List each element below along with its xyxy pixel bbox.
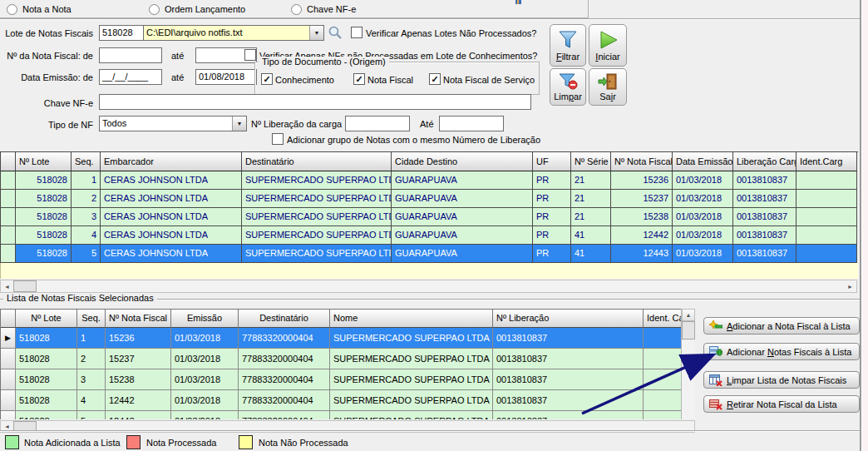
cell[interactable]: CERAS JOHNSON LTDA bbox=[101, 245, 242, 263]
cell[interactable]: 518028 bbox=[16, 411, 77, 419]
column-header[interactable]: Nº Lote bbox=[16, 152, 72, 171]
cell[interactable]: 12442 bbox=[611, 226, 673, 245]
retirar-nota-button[interactable]: Retirar Nota Fiscal da Lista bbox=[703, 395, 860, 413]
cell[interactable]: 01/03/2018 bbox=[673, 171, 733, 190]
cell[interactable]: 518028 bbox=[16, 208, 72, 226]
cell[interactable]: 41 bbox=[571, 245, 611, 263]
cell[interactable]: PR bbox=[533, 226, 571, 245]
cell[interactable]: GUARAPUAVA bbox=[392, 245, 533, 263]
cell[interactable]: 12443 bbox=[106, 411, 171, 419]
cell[interactable]: 4 bbox=[72, 226, 101, 245]
filtrar-button[interactable]: Filtrar bbox=[550, 24, 586, 67]
selected-grid-vscrollbar[interactable]: ▲ bbox=[681, 309, 695, 419]
cell[interactable]: SUPERMERCADO SUPERPAO LTDA bbox=[330, 411, 493, 419]
column-header[interactable]: Ident.Carg bbox=[796, 152, 857, 171]
cell[interactable]: 01/03/2018 bbox=[171, 369, 239, 390]
cell[interactable]: CERAS JOHNSON LTDA bbox=[101, 190, 242, 208]
cell[interactable]: GUARAPUAVA bbox=[392, 208, 533, 226]
liberacao-de-input[interactable] bbox=[345, 116, 410, 131]
arquivo-combobox[interactable]: C:\EDI\arquivo notfis.txt ▼ bbox=[143, 25, 324, 41]
cell[interactable]: 518028 bbox=[16, 226, 72, 245]
cell[interactable]: 12442 bbox=[106, 390, 171, 411]
table-row[interactable]: 51802841244201/03/201877883320000404SUPE… bbox=[1, 390, 683, 411]
column-header[interactable]: Cidade Destino bbox=[392, 152, 533, 171]
cell[interactable]: 77883320000404 bbox=[239, 328, 330, 349]
cell[interactable]: 0013810837 bbox=[493, 349, 644, 369]
cell[interactable]: GUARAPUAVA bbox=[392, 171, 533, 190]
cell[interactable]: SUPERMERCADO SUPERPAO LTDA bbox=[330, 349, 493, 369]
verificar-lotes-checkbox[interactable] bbox=[351, 27, 362, 38]
adicionar-nota-button[interactable]: Adicionar a Nota Fiscal à Lista bbox=[703, 317, 860, 335]
cell[interactable]: 1 bbox=[72, 171, 101, 190]
lote-input[interactable]: 518028 bbox=[99, 25, 145, 41]
scroll-right-icon[interactable]: ► bbox=[844, 280, 856, 292]
cell[interactable]: 2 bbox=[72, 190, 101, 208]
cell[interactable]: GUARAPUAVA bbox=[392, 190, 533, 208]
column-header[interactable]: Nome bbox=[330, 310, 493, 328]
radio-chave-nfe[interactable]: Chave NF-e bbox=[291, 3, 356, 15]
scroll-up-icon[interactable]: ▲ bbox=[682, 309, 695, 321]
cell[interactable]: 15238 bbox=[106, 369, 171, 390]
cell[interactable]: 4 bbox=[77, 390, 106, 411]
cell[interactable]: PR bbox=[533, 208, 571, 226]
cell[interactable]: CERAS JOHNSON LTDA bbox=[101, 171, 242, 190]
cell[interactable]: 5 bbox=[77, 411, 106, 419]
cell[interactable]: SUPERMERCADO SUPERPAO LTDA bbox=[242, 208, 392, 226]
cell[interactable]: 0013810837 bbox=[733, 245, 796, 263]
column-header[interactable]: Seq. bbox=[77, 310, 106, 328]
cell[interactable]: 77883320000404 bbox=[239, 349, 330, 369]
cell[interactable]: 15237 bbox=[106, 349, 171, 369]
tipo-nf-combobox[interactable]: Todos ▼ bbox=[99, 116, 247, 131]
cell[interactable]: 01/03/2018 bbox=[673, 245, 733, 263]
cell[interactable]: 15236 bbox=[106, 328, 171, 349]
cell[interactable]: SUPERMERCADO SUPERPAO LTDA bbox=[242, 226, 392, 245]
table-row[interactable]: 5180282CERAS JOHNSON LTDASUPERMERCADO SU… bbox=[1, 190, 858, 208]
cell[interactable]: 518028 bbox=[16, 349, 77, 369]
cell[interactable] bbox=[796, 171, 857, 190]
cell[interactable] bbox=[796, 245, 857, 263]
cell[interactable]: CERAS JOHNSON LTDA bbox=[101, 208, 242, 226]
cell[interactable]: 77883320000404 bbox=[239, 369, 330, 390]
nota-fiscal-servico-checkbox[interactable]: ✓ bbox=[429, 73, 441, 85]
column-header[interactable]: Data Emissão bbox=[673, 152, 733, 171]
cell[interactable]: 0013810837 bbox=[493, 369, 644, 390]
limpar-button[interactable]: Limpar bbox=[550, 68, 586, 106]
cell[interactable] bbox=[644, 328, 682, 349]
cell[interactable] bbox=[644, 349, 682, 369]
scrollbar-thumb[interactable] bbox=[13, 280, 37, 292]
cell[interactable]: 0013810837 bbox=[733, 226, 796, 245]
liberacao-ate-input[interactable] bbox=[439, 116, 504, 131]
cell[interactable]: 21 bbox=[571, 171, 611, 190]
cell[interactable]: 5 bbox=[72, 245, 101, 263]
cell[interactable]: SUPERMERCADO SUPERPAO LTDA bbox=[330, 390, 493, 411]
cell[interactable] bbox=[644, 369, 682, 390]
cell[interactable]: SUPERMERCADO SUPERPAO LTDA bbox=[330, 369, 493, 390]
table-row[interactable]: 5180281CERAS JOHNSON LTDASUPERMERCADO SU… bbox=[1, 171, 858, 190]
cell[interactable]: 3 bbox=[72, 208, 101, 226]
cell[interactable]: 01/03/2018 bbox=[171, 328, 239, 349]
cell[interactable]: 01/03/2018 bbox=[673, 190, 733, 208]
cell[interactable]: 77883320000404 bbox=[239, 411, 330, 419]
cell[interactable]: 0013810837 bbox=[493, 328, 644, 349]
cell[interactable]: 01/03/2018 bbox=[171, 390, 239, 411]
nota-fiscal-checkbox[interactable]: ✓ bbox=[353, 73, 365, 85]
cell[interactable]: SUPERMERCADO SUPERPAO LTDA bbox=[330, 328, 493, 349]
main-grid-hscrollbar[interactable]: ◄ ► bbox=[0, 280, 857, 293]
radio-ordem-lancamento[interactable]: Ordem Lançamento bbox=[149, 3, 245, 15]
cell[interactable]: 15236 bbox=[611, 171, 673, 190]
table-row[interactable]: 51802851244301/03/201877883320000404SUPE… bbox=[1, 411, 683, 419]
cell[interactable]: 77883320000404 bbox=[239, 390, 330, 411]
chevron-down-icon[interactable]: ▼ bbox=[232, 116, 246, 131]
column-header[interactable]: Destinatário bbox=[239, 310, 330, 328]
cell[interactable]: SUPERMERCADO SUPERPAO LTDA bbox=[242, 245, 392, 263]
table-row[interactable]: 5180283CERAS JOHNSON LTDASUPERMERCADO SU… bbox=[1, 208, 858, 226]
scroll-left-icon[interactable]: ◄ bbox=[1, 280, 13, 292]
scrollbar-thumb[interactable] bbox=[682, 321, 695, 339]
cell[interactable]: 518028 bbox=[16, 171, 72, 190]
cell[interactable] bbox=[796, 226, 857, 245]
sair-button[interactable]: Sair bbox=[589, 68, 627, 106]
cell[interactable]: SUPERMERCADO SUPERPAO LTDA bbox=[242, 171, 392, 190]
cell[interactable]: 21 bbox=[571, 190, 611, 208]
cell[interactable]: 518028 bbox=[16, 390, 77, 411]
cell[interactable]: 518028 bbox=[16, 328, 77, 349]
